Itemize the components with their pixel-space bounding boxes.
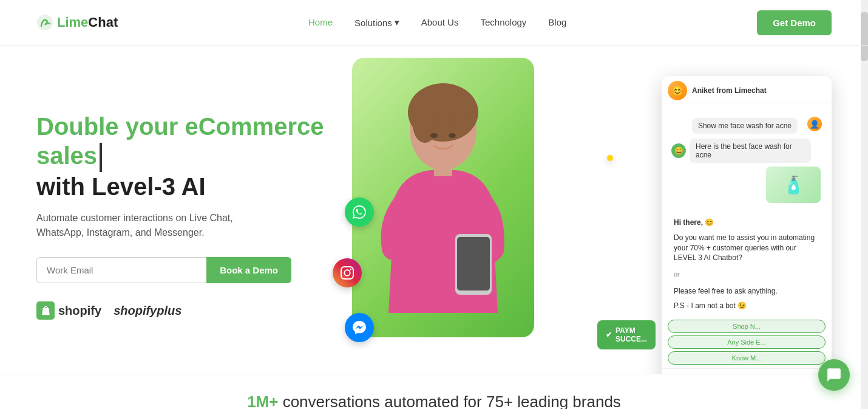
nav-about[interactable]: About Us [421,17,459,28]
svg-point-0 [37,15,53,30]
svg-point-4 [451,106,469,137]
hero-form: Book a Demo [36,257,291,283]
stats-text: 1M+ conversations automated for 75+ lead… [247,393,621,409]
nav-solutions[interactable]: Solutions ▾ [354,17,399,28]
quick-replies: Shop N... Any Side E... Know M... [662,316,832,368]
quick-reply-3[interactable]: Know M... [668,351,826,365]
chevron-down-icon: ▾ [395,17,399,28]
nav-links: Home Solutions ▾ About Us Technology Blo… [308,17,566,28]
hero-subtitle: Automate customer interactions on Live C… [36,211,267,240]
instagram-icon [333,258,362,287]
email-input[interactable] [36,257,206,283]
nav-blog[interactable]: Blog [548,17,566,28]
nav-technology[interactable]: Technology [480,17,526,28]
chat-body: Show me face wash for acne 👤 😄 Here is t… [662,103,832,368]
hero-content: Double your eCommerce sales with Level-3… [36,112,328,320]
hero-person-bg [352,58,534,337]
chat-avatar: 😊 [668,81,687,100]
shopify-plus-logo: shopifyplus [114,304,181,318]
chat-header: 😊 Aniket from Limechat [662,76,832,103]
shopify-bag-icon [36,301,55,320]
hero-visual: 😊 Aniket from Limechat Show me face wash… [328,70,832,362]
product-image: 🧴 [766,167,821,203]
logo[interactable]: LimeChat [36,14,118,31]
user-message-1: Show me face wash for acne [692,118,798,134]
product-card: 🧴 [766,167,821,203]
stats-bar: 1M+ conversations automated for 75+ lead… [0,374,868,409]
user-avatar: 👤 [807,117,822,131]
svg-rect-7 [434,164,452,176]
nav-home[interactable]: Home [308,17,333,28]
partner-logos: shopify shopifyplus [36,301,328,320]
decorative-dot-3 [607,155,613,161]
book-demo-button[interactable]: Book a Demo [206,257,291,283]
whatsapp-icon [345,198,374,227]
get-demo-button[interactable]: Get Demo [757,10,832,35]
hero-title: Double your eCommerce sales with Level-3… [36,112,328,201]
bot-message-1: Here is the best face wash for acne [690,139,811,163]
svg-rect-6 [457,237,490,290]
payment-success-badge: ✔ PAYMSUCCE... [597,320,656,349]
logo-icon [36,14,53,31]
messenger-icon [345,313,374,342]
chat-agent-info: Aniket from Limechat [692,86,767,95]
logo-text: LimeChat [57,15,118,30]
quick-reply-2[interactable]: Any Side E... [668,335,826,349]
bot-avatar-small: 😄 [671,143,686,158]
check-icon: ✔ [606,331,612,339]
chat-fab-button[interactable] [818,359,850,391]
navbar: LimeChat Home Solutions ▾ About Us Techn… [0,0,868,46]
person-illustration [352,58,534,337]
chat-bubble-icon [826,367,842,383]
shopify-logo: shopify [36,301,101,320]
chat-footer: GIF 🙂 📎 [662,368,832,374]
chat-widget: 😊 Aniket from Limechat Show me face wash… [662,76,832,374]
svg-point-8 [430,133,438,138]
hero-section: Double your eCommerce sales with Level-3… [0,46,868,374]
quick-reply-1[interactable]: Shop N... [668,320,826,333]
agent-greeting: Hi there, 😊 Do you want me to assist you… [662,213,832,316]
svg-point-9 [449,133,456,138]
